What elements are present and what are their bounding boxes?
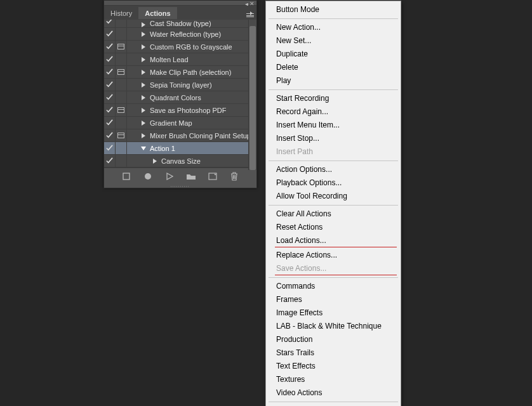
delete-button[interactable] [228, 171, 241, 182]
menu-item[interactable]: Clear All Actions [267, 207, 399, 221]
menu-item[interactable]: Image Effects [267, 306, 399, 320]
toggle-check-icon[interactable] [104, 129, 116, 141]
disclosure-right-icon[interactable] [140, 108, 147, 113]
menu-item[interactable]: Playback Options... [267, 176, 399, 190]
toggle-dialog-icon[interactable] [116, 41, 127, 53]
tab-history[interactable]: History [104, 7, 138, 19]
action-name-label: Molten Lead [147, 56, 189, 63]
disclosure-right-icon[interactable] [140, 70, 147, 75]
menu-item[interactable]: Stars Trails [267, 346, 399, 360]
menu-item[interactable]: LAB - Black & White Technique [267, 320, 399, 333]
scrollbar[interactable] [248, 20, 256, 170]
action-row[interactable]: Water Reflection (type) [104, 28, 256, 41]
toggle-dialog-icon[interactable] [116, 104, 127, 116]
toggle-dialog-icon[interactable] [116, 53, 127, 65]
menu-item[interactable]: Video Actions [267, 386, 399, 400]
disclosure-right-icon[interactable] [140, 32, 147, 37]
new-set-button[interactable] [185, 171, 197, 182]
panel-tabbar: History Actions [104, 6, 256, 20]
toggle-check-icon[interactable] [104, 20, 116, 27]
action-name-label: Gradient Map [147, 119, 192, 127]
toggle-dialog-icon[interactable] [116, 20, 127, 27]
disclosure-right-icon[interactable] [140, 82, 147, 88]
menu-item[interactable]: Insert Stop... [267, 132, 399, 145]
disclosure-right-icon[interactable] [140, 121, 147, 126]
action-row[interactable]: Molten Lead [104, 53, 256, 66]
svg-marker-9 [142, 133, 145, 138]
menu-item[interactable]: Production [267, 333, 399, 346]
record-button[interactable] [142, 171, 154, 182]
actions-list: Cast Shadow (type)Water Reflection (type… [104, 20, 256, 167]
toggle-dialog-icon[interactable] [116, 79, 127, 91]
action-row[interactable]: Quadrant Colors [104, 91, 256, 104]
highlight-underline [275, 247, 397, 247]
disclosure-right-icon[interactable] [151, 159, 159, 164]
toggle-check-icon[interactable] [104, 28, 116, 40]
menu-item[interactable]: Play [267, 74, 399, 88]
action-name-label: Quadrant Colors [147, 94, 201, 102]
action-row[interactable]: Make Clip Path (selection) [104, 66, 256, 79]
menu-item[interactable]: Insert Menu Item... [267, 119, 399, 132]
action-row[interactable]: Mixer Brush Cloning Paint Setup [104, 129, 256, 142]
action-row[interactable]: Action 1 [104, 142, 256, 155]
disclosure-down-icon[interactable] [140, 146, 147, 151]
tab-actions[interactable]: Actions [138, 7, 176, 19]
disclosure-right-icon[interactable] [140, 95, 147, 100]
disclosure-right-icon[interactable] [140, 22, 147, 27]
toggle-dialog-icon[interactable] [116, 129, 127, 141]
menu-item[interactable]: Action Options... [267, 163, 399, 176]
action-row[interactable]: Canvas Size [104, 155, 256, 167]
toggle-dialog-icon[interactable] [116, 28, 127, 40]
menu-item[interactable]: New Action... [267, 21, 399, 34]
toggle-check-icon[interactable] [104, 91, 116, 103]
svg-marker-0 [142, 22, 145, 27]
menu-item[interactable]: Load Actions... [267, 234, 399, 247]
play-button[interactable] [163, 171, 176, 182]
action-name-label: Sepia Toning (layer) [147, 81, 212, 89]
menu-item[interactable]: Frames [267, 293, 399, 306]
menu-item[interactable]: Textures [267, 373, 399, 386]
disclosure-right-icon[interactable] [140, 44, 147, 49]
menu-item[interactable]: Delete [267, 61, 399, 74]
menu-item[interactable]: Commands [267, 280, 399, 293]
toggle-check-icon[interactable] [104, 117, 116, 129]
action-row[interactable]: Gradient Map [104, 117, 256, 129]
menu-item[interactable]: Replace Actions... [267, 249, 399, 262]
svg-marker-1 [142, 32, 145, 37]
toggle-dialog-icon[interactable] [116, 142, 127, 154]
toggle-dialog-icon[interactable] [116, 66, 127, 78]
toggle-check-icon[interactable] [104, 41, 116, 53]
svg-marker-4 [142, 70, 145, 75]
action-row[interactable]: Save as Photoshop PDF [104, 104, 256, 117]
menu-item[interactable]: Reset Actions [267, 221, 399, 234]
svg-marker-3 [142, 57, 145, 62]
new-action-button[interactable] [206, 171, 219, 182]
flyout-menu-icon[interactable] [243, 8, 254, 17]
action-row[interactable]: Custom RGB to Grayscale [104, 41, 256, 53]
menu-item[interactable]: Button Mode [267, 3, 399, 16]
toggle-check-icon[interactable] [104, 66, 116, 78]
menu-item[interactable]: Allow Tool Recording [267, 190, 399, 203]
disclosure-right-icon[interactable] [140, 57, 147, 62]
toggle-dialog-icon[interactable] [116, 117, 127, 129]
toggle-dialog-icon[interactable] [116, 155, 127, 167]
menu-item[interactable]: Record Again... [267, 105, 399, 119]
stop-button[interactable] [120, 171, 133, 182]
toggle-check-icon[interactable] [104, 142, 116, 154]
menu-item[interactable]: Duplicate [267, 48, 399, 61]
toggle-dialog-icon[interactable] [116, 91, 127, 103]
disclosure-right-icon[interactable] [140, 133, 147, 138]
menu-item[interactable]: Text Effects [267, 360, 399, 373]
action-row[interactable]: Cast Shadow (type) [104, 20, 256, 28]
toggle-check-icon[interactable] [104, 79, 116, 91]
panel-resize-gripper[interactable] [104, 185, 256, 188]
menu-separator [269, 277, 398, 278]
toggle-check-icon[interactable] [104, 155, 116, 167]
menu-item[interactable]: Start Recording [267, 92, 399, 105]
scrollbar-thumb[interactable] [249, 26, 256, 170]
toggle-check-icon[interactable] [104, 104, 116, 116]
svg-marker-11 [153, 159, 157, 164]
menu-item[interactable]: New Set... [267, 34, 399, 48]
toggle-check-icon[interactable] [104, 53, 116, 65]
action-row[interactable]: Sepia Toning (layer) [104, 79, 256, 91]
